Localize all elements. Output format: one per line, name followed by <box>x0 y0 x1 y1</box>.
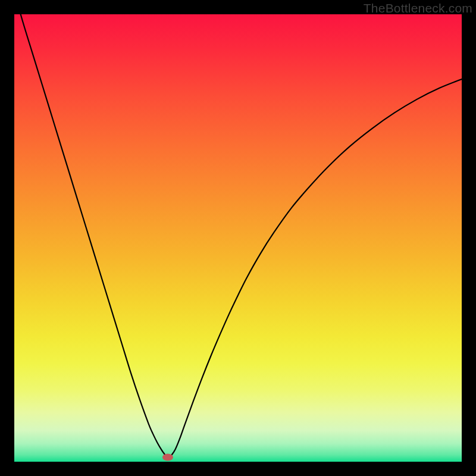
chart-frame: TheBottleneck.com <box>0 0 476 476</box>
plot-area <box>14 14 462 462</box>
gradient-background <box>14 14 462 462</box>
minimum-marker <box>162 453 173 461</box>
chart-svg <box>14 14 462 462</box>
watermark-text: TheBottleneck.com <box>364 1 472 15</box>
